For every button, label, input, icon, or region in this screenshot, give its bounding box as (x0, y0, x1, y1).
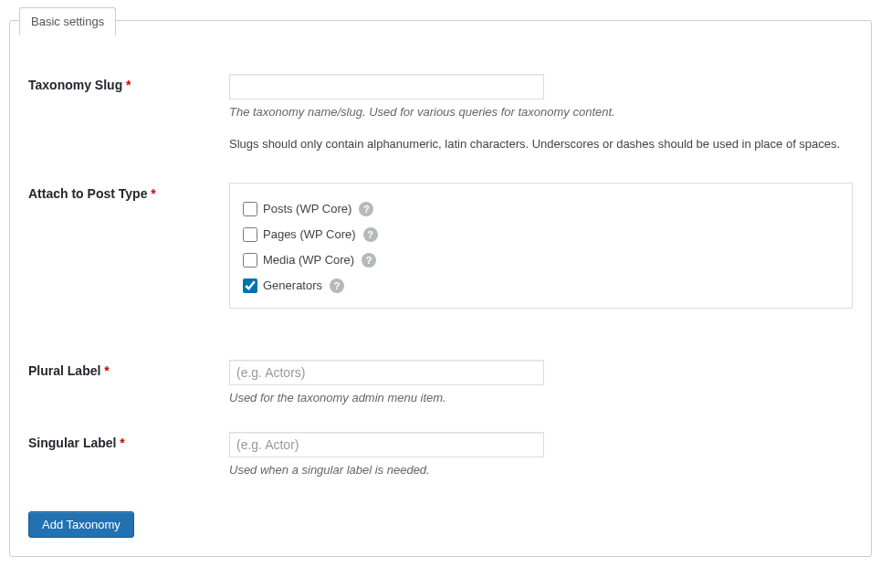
label-taxonomy-slug: Taxonomy Slug * (28, 74, 229, 153)
label-singular-label: Singular Label * (28, 432, 229, 477)
help-icon[interactable]: ? (330, 278, 344, 293)
checkbox-media[interactable] (243, 253, 257, 268)
post-types-box: Posts (WP Core) ? Pages (WP Core) ? Medi… (229, 183, 853, 309)
row-plural-label: Plural Label * Used for the taxonomy adm… (28, 343, 853, 412)
post-type-option-posts[interactable]: Posts (WP Core) ? (243, 196, 839, 222)
help-icon[interactable]: ? (359, 202, 373, 216)
checkbox-label: Pages (WP Core) (263, 227, 356, 241)
help-icon[interactable]: ? (363, 227, 378, 242)
label-attach-post-type: Attach to Post Type * (28, 183, 229, 309)
row-taxonomy-slug: Taxonomy Slug * The taxonomy name/slug. … (28, 58, 853, 161)
checkbox-label: Media (WP Core) (263, 253, 354, 267)
checkbox-generators[interactable] (243, 278, 257, 293)
taxonomy-slug-input[interactable] (229, 74, 544, 100)
required-mark: * (120, 436, 124, 450)
singular-label-input[interactable] (229, 432, 544, 457)
post-type-option-media[interactable]: Media (WP Core) ? (243, 247, 839, 273)
checkbox-label: Posts (WP Core) (263, 202, 351, 215)
tab-basic-settings[interactable]: Basic settings (19, 7, 116, 36)
post-type-option-pages[interactable]: Pages (WP Core) ? (243, 222, 839, 247)
taxonomy-slug-desc-plain: Slugs should only contain alphanumeric, … (229, 135, 853, 153)
required-mark: * (151, 186, 155, 201)
plural-label-desc: Used for the taxonomy admin menu item. (229, 391, 853, 404)
label-plural-label: Plural Label * (28, 360, 229, 404)
plural-label-input[interactable] (229, 360, 544, 385)
tab-label: Basic settings (31, 15, 104, 28)
help-icon[interactable]: ? (362, 253, 376, 268)
taxonomy-slug-desc-italic: The taxonomy name/slug. Used for various… (229, 105, 853, 119)
required-mark: * (104, 363, 109, 378)
checkbox-pages[interactable] (243, 227, 257, 242)
submit-row: Add Taxonomy (28, 511, 853, 538)
checkbox-posts[interactable] (243, 202, 257, 216)
add-taxonomy-button[interactable]: Add Taxonomy (28, 511, 134, 538)
required-mark: * (126, 78, 131, 92)
post-type-option-generators[interactable]: Generators ? (243, 273, 839, 299)
basic-settings-panel: Basic settings Taxonomy Slug * The taxon… (9, 20, 872, 557)
row-singular-label: Singular Label * Used when a singular la… (28, 412, 853, 484)
row-attach-post-type: Attach to Post Type * Posts (WP Core) ? … (28, 161, 853, 316)
checkbox-label: Generators (263, 278, 322, 292)
singular-label-desc: Used when a singular label is needed. (229, 463, 853, 477)
